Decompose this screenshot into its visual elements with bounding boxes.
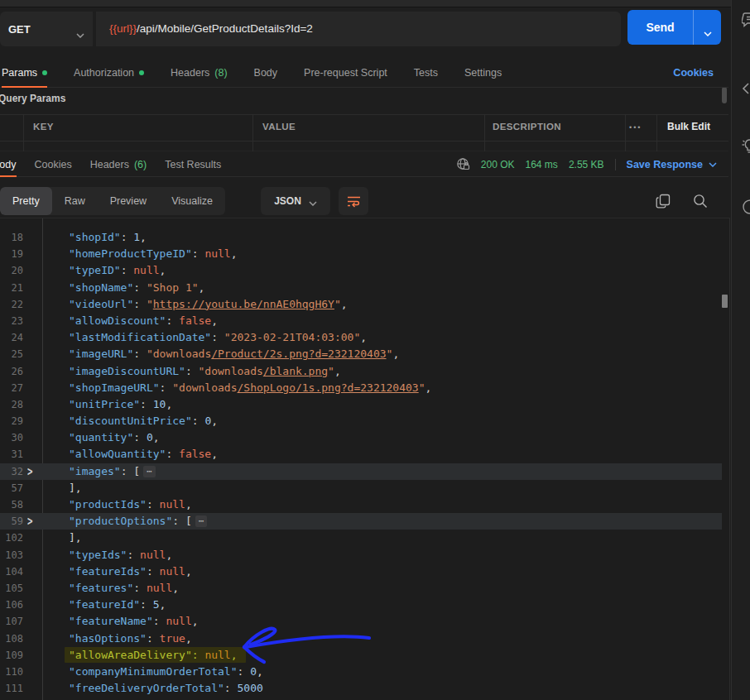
line-number: 109 [0,647,23,664]
json-token: : [185,365,199,377]
json-link[interactable]: /blank.png [263,365,328,377]
json-token: "imageURL" [69,348,133,360]
request-tab-params[interactable]: Params [2,58,47,87]
response-size[interactable]: 2.55 KB [569,159,604,170]
json-token: "shopId" [69,231,121,243]
response-tab-headers[interactable]: Headers(6) [90,152,147,176]
json-token: , [425,381,432,394]
request-tab-headers[interactable]: Headers(8) [171,58,228,87]
json-token: " [147,298,153,310]
json-token: " [334,298,341,310]
send-button[interactable]: Send [627,10,721,45]
comments-icon[interactable] [742,12,750,31]
request-tabs: ParamsAuthorizationHeaders(8)BodyPre-req… [0,58,728,88]
code-line-24: 24"lastModificationDate": "2023-02-21T04… [0,329,722,346]
json-token: , [211,314,218,327]
bulk-edit-button[interactable]: Bulk Edit [667,121,710,132]
chevron-down-icon[interactable] [704,25,712,40]
json-token: "features" [69,582,133,594]
json-token: "featureIds" [69,565,147,578]
divider [93,12,96,46]
scrollbar-thumb[interactable] [722,295,728,308]
code-text: "imageURL": "downloads/Product/2s.png?d=… [0,348,399,360]
json-token: "freeDeliveryOrderTotal" [69,682,224,694]
response-time[interactable]: 164 ms [526,159,558,170]
tab-count-badge: (8) [214,67,227,79]
request-tab-body[interactable]: Body [254,58,278,87]
response-tab-cookies[interactable]: Cookies [35,152,72,176]
collapsed-ellipsis-icon[interactable]: ⋯ [195,515,208,527]
divider [693,10,694,45]
copy-response-icon[interactable] [656,194,671,212]
json-token: 5000 [238,682,263,694]
wrap-text-button[interactable] [339,187,368,215]
json-link[interactable]: /Product/2s.png?d=232120403 [211,348,386,360]
json-token: , [334,365,341,377]
highlighted-code: "allowAreaDelivery": null, [65,647,246,663]
json-token: "typeIds" [69,549,127,561]
json-token: "downloads [172,381,237,394]
view-tab-visualize[interactable]: Visualize [159,187,225,215]
code-icon[interactable] [742,82,750,98]
response-tab-test-results[interactable]: Test Results [165,152,221,176]
lightbulb-icon[interactable] [742,137,750,159]
format-dropdown[interactable]: JSON [261,187,330,215]
response-tab-body[interactable]: Body [0,152,17,176]
column-header-value: VALUE [262,122,296,132]
json-token: false [179,448,211,460]
code-text: "features": null, [0,582,179,594]
search-icon[interactable] [693,194,708,212]
json-token: , [185,632,192,645]
json-token: "imageDiscountURL" [69,365,185,377]
fold-collapsed-icon[interactable]: > [27,461,33,482]
json-token: : [ [172,515,191,527]
table-border [656,114,657,151]
json-token: " [328,365,334,377]
tab-label: Cookies [35,159,72,170]
view-tab-pretty[interactable]: Pretty [0,187,52,215]
info-circle-icon[interactable] [742,199,750,218]
line-number: 111 [0,680,23,697]
code-text: "productIds": null, [0,498,192,511]
line-number: 28 [0,396,23,413]
line-number: 27 [0,380,23,396]
json-token: : [192,649,205,661]
cookies-link[interactable]: Cookies [673,67,728,79]
collapsed-ellipsis-icon[interactable]: ⋯ [143,466,156,477]
tab-label: Authorization [74,67,134,79]
json-token: " [419,381,425,394]
line-number: 21 [0,280,23,296]
json-token: "allowAreaDelivery" [69,649,192,661]
json-link[interactable]: /ShopLogo/1s.png?d=232120403 [238,381,419,394]
query-params-heading: Query Params [0,93,65,104]
line-number: 58 [0,496,23,513]
status-badge[interactable]: 200 OK [481,159,515,170]
more-options-icon[interactable]: ••• [629,123,642,132]
json-token: "shopName" [69,281,133,294]
json-token: : [166,448,179,460]
method-selector[interactable]: GET [0,12,93,46]
code-text: "images": [⋯ [0,465,156,477]
scrollbar-thumb[interactable] [722,87,727,103]
network-globe-lock-icon[interactable] [456,157,470,171]
url-path: /api/Mobile/GetProductDetails?Id=2 [137,22,313,35]
view-tab-preview[interactable]: Preview [98,187,159,215]
request-tab-authorization[interactable]: Authorization [74,58,144,87]
code-text: "shopName": "Shop 1", [0,281,204,294]
view-tab-raw[interactable]: Raw [52,187,98,215]
request-tab-pre-request-script[interactable]: Pre-request Script [304,58,387,87]
fold-collapsed-icon[interactable]: > [27,511,33,532]
json-link[interactable]: https://youtu.be/nnAE0hqgH6Y [153,298,334,310]
json-token: , [185,498,192,511]
code-text: "homeProductTypeID": null, [0,247,238,260]
url-input[interactable]: {{url}}/api/Mobile/GetProductDetails?Id=… [109,12,313,46]
code-line-20: 20"typeID": null, [0,262,722,279]
save-response-button[interactable]: Save Response [627,159,717,170]
json-token: : [224,682,238,694]
request-tab-settings[interactable]: Settings [464,58,502,87]
json-token: "shopImageURL" [69,381,160,394]
request-tab-tests[interactable]: Tests [414,58,438,87]
code-text: "allowQuantity": false, [0,448,218,460]
code-line-21: 21"shopName": "Shop 1", [0,280,722,296]
code-text: "discountUnitPrice": 0, [0,415,218,427]
